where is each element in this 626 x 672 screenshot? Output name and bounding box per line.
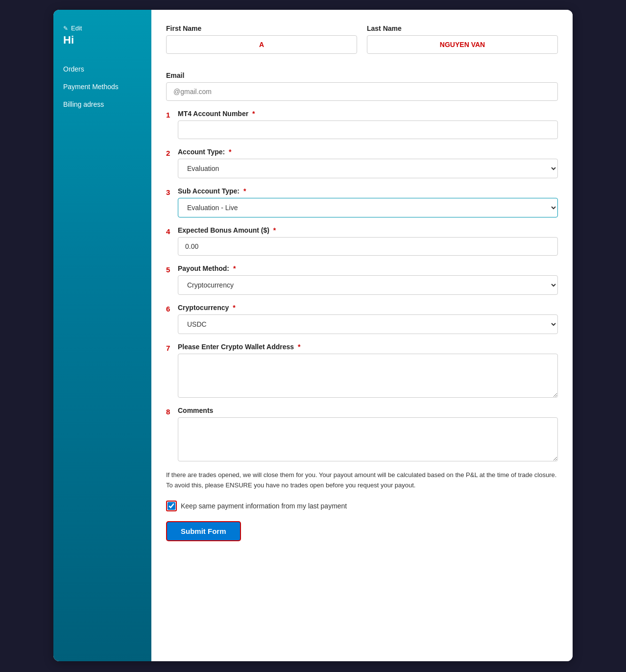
row-number-5: 5 [166,264,178,274]
sidebar-item-orders[interactable]: Orders [53,60,151,78]
payout-method-group: 5 Payout Method: * Cryptocurrency Bank T… [166,264,558,295]
app-container: ✎ Edit Hi Orders Payment Methods Billing… [53,10,573,661]
row-number-4: 4 [166,226,178,236]
payout-method-field-group: Payout Method: * Cryptocurrency Bank Tra… [178,264,558,295]
row-number-7: 7 [166,343,178,352]
sidebar: ✎ Edit Hi Orders Payment Methods Billing… [53,10,151,661]
row-number-8: 8 [166,407,178,416]
email-label: Email [166,72,558,79]
greeting: Hi [53,34,151,60]
payout-method-required: * [233,264,236,272]
edit-label: Edit [71,24,82,32]
email-input[interactable] [166,82,558,101]
wallet-address-group: 7 Please Enter Crypto Wallet Address * [166,343,558,398]
account-type-field-group: Account Type: * Evaluation Standard Pro [178,148,558,178]
edit-button[interactable]: ✎ Edit [53,24,151,34]
mt4-required: * [252,110,255,118]
cryptocurrency-select[interactable]: USDC USDT BTC ETH [178,314,558,334]
sidebar-item-billing-address[interactable]: Billing adress [53,96,151,113]
account-type-group: 2 Account Type: * Evaluation Standard Pr… [166,148,558,178]
submit-btn-wrapper: Submit Form [166,521,558,541]
row-number-3: 3 [166,187,178,196]
edit-icon: ✎ [63,25,68,32]
submit-button[interactable]: Submit Form [166,521,241,541]
sub-account-type-select[interactable]: Evaluation - Live Evaluation - Demo Stan… [178,198,558,217]
cryptocurrency-required: * [233,304,235,312]
first-name-group: First Name [166,24,357,54]
main-content: First Name Last Name Email 1 MT4 Account… [151,10,573,661]
wallet-address-label: Please Enter Crypto Wallet Address * [178,343,558,351]
comments-input[interactable] [178,417,558,461]
notice-text: If there are trades opened, we will clos… [166,470,558,491]
sidebar-item-payment-methods[interactable]: Payment Methods [53,78,151,96]
mt4-input[interactable] [178,120,558,139]
last-name-input[interactable] [367,35,558,54]
account-type-label: Account Type: * [178,148,558,156]
row-number-1: 1 [166,110,178,119]
keep-payment-checkbox[interactable] [168,502,175,510]
cryptocurrency-label: Cryptocurrency * [178,304,558,312]
mt4-field-group: MT4 Account Number * [178,110,558,139]
account-type-select[interactable]: Evaluation Standard Pro [178,159,558,178]
mt4-group: 1 MT4 Account Number * [166,110,558,139]
expected-bonus-group: 4 Expected Bonus Amount ($) * [166,226,558,256]
checkbox-row: Keep same payment information from my la… [166,501,558,511]
expected-bonus-field-group: Expected Bonus Amount ($) * [178,226,558,256]
wallet-address-required: * [298,343,300,351]
first-name-label: First Name [166,24,357,32]
comments-field-group: Comments [178,407,558,461]
row-number-6: 6 [166,304,178,313]
cryptocurrency-group: 6 Cryptocurrency * USDC USDT BTC ETH [166,304,558,334]
sub-account-type-required: * [243,187,246,195]
expected-bonus-label: Expected Bonus Amount ($) * [178,226,558,234]
expected-bonus-input[interactable] [178,237,558,256]
sub-account-type-field-group: Sub Account Type: * Evaluation - Live Ev… [178,187,558,217]
comments-label: Comments [178,407,558,414]
row-number-2: 2 [166,148,178,157]
account-type-required: * [229,148,231,156]
name-row: First Name Last Name [166,24,558,63]
wallet-address-input[interactable] [178,354,558,398]
sub-account-type-group: 3 Sub Account Type: * Evaluation - Live … [166,187,558,217]
checkbox-label: Keep same payment information from my la… [181,502,347,510]
last-name-group: Last Name [367,24,558,54]
mt4-label: MT4 Account Number * [178,110,558,118]
expected-bonus-required: * [273,226,276,234]
last-name-label: Last Name [367,24,558,32]
payout-method-select[interactable]: Cryptocurrency Bank Transfer PayPal [178,275,558,295]
first-name-input[interactable] [166,35,357,54]
wallet-address-field-group: Please Enter Crypto Wallet Address * [178,343,558,398]
comments-group: 8 Comments [166,407,558,461]
email-group: Email [166,72,558,101]
payout-method-label: Payout Method: * [178,264,558,272]
cryptocurrency-field-group: Cryptocurrency * USDC USDT BTC ETH [178,304,558,334]
checkbox-wrapper [166,501,177,511]
sidebar-navigation: Orders Payment Methods Billing adress [53,60,151,113]
sub-account-type-label: Sub Account Type: * [178,187,558,195]
